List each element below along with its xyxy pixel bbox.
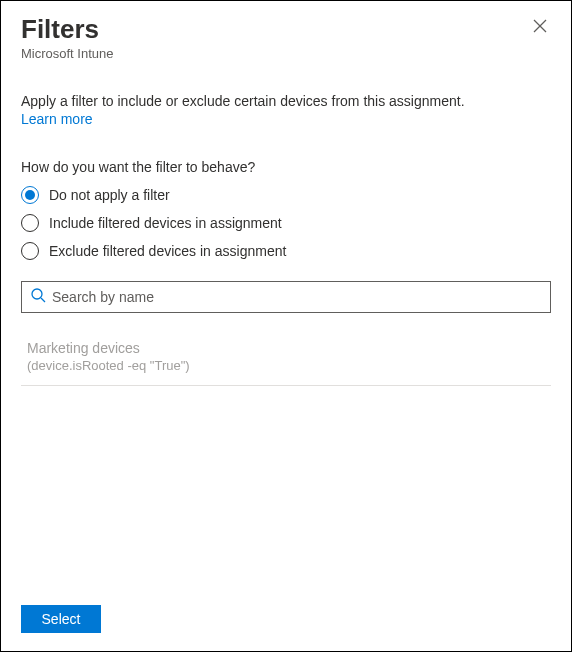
search-icon [30,287,46,306]
radio-icon [21,214,39,232]
radio-exclude[interactable]: Exclude filtered devices in assignment [21,237,551,265]
svg-line-3 [41,298,45,302]
behavior-question: How do you want the filter to behave? [21,159,551,175]
panel-footer: Select [1,593,571,651]
radio-include[interactable]: Include filtered devices in assignment [21,209,551,237]
learn-more-link[interactable]: Learn more [21,111,93,127]
select-button[interactable]: Select [21,605,101,633]
spacer [21,386,551,593]
svg-point-2 [32,289,42,299]
title-block: Filters Microsoft Intune [21,15,114,61]
radio-label: Include filtered devices in assignment [49,215,282,231]
panel-header: Filters Microsoft Intune [1,1,571,65]
panel-subtitle: Microsoft Intune [21,46,114,61]
intro-text: Apply a filter to include or exclude cer… [21,93,551,109]
behavior-radio-group: Do not apply a filter Include filtered d… [21,181,551,265]
radio-label: Exclude filtered devices in assignment [49,243,286,259]
result-rule: (device.isRooted -eq "True") [27,357,545,375]
panel-body: Apply a filter to include or exclude cer… [1,65,571,593]
filter-result-item[interactable]: Marketing devices (device.isRooted -eq "… [21,335,551,386]
radio-do-not-apply[interactable]: Do not apply a filter [21,181,551,209]
filter-results: Marketing devices (device.isRooted -eq "… [21,335,551,386]
search-field[interactable] [21,281,551,313]
radio-label: Do not apply a filter [49,187,170,203]
close-button[interactable] [529,15,551,37]
radio-icon [21,186,39,204]
close-icon [533,21,547,36]
intro-block: Apply a filter to include or exclude cer… [21,93,551,127]
panel-title: Filters [21,15,114,44]
search-input[interactable] [46,289,542,305]
radio-icon [21,242,39,260]
result-name: Marketing devices [27,339,545,358]
